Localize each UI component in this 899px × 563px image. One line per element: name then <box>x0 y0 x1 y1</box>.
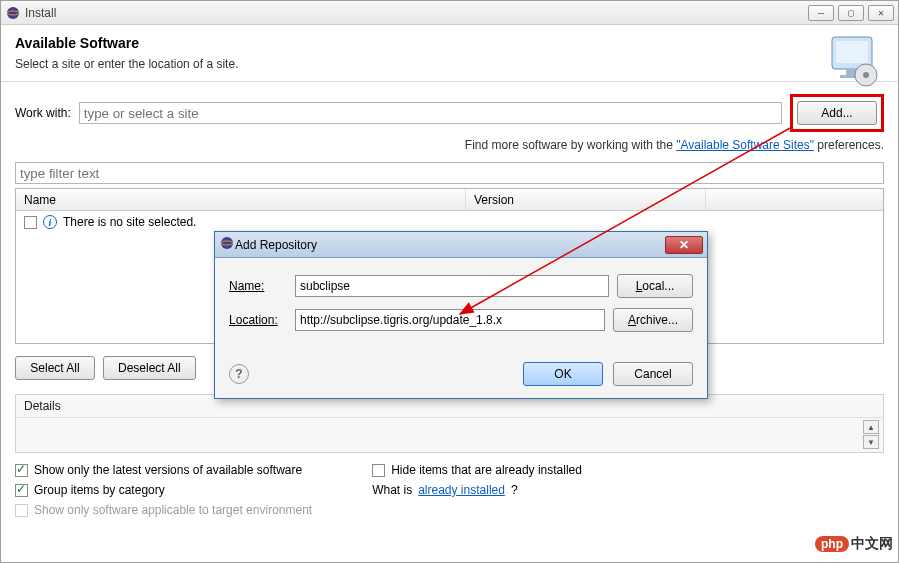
name-label: Name: <box>229 279 287 293</box>
location-input[interactable] <box>295 309 605 331</box>
titlebar: Install — ▢ ✕ <box>1 1 898 25</box>
details-body: ▲ ▼ <box>16 418 883 452</box>
what-is-prefix: What is <box>372 483 412 497</box>
find-more-text: Find more software by working with the "… <box>15 138 884 152</box>
svg-point-0 <box>7 7 19 19</box>
table-header: Name Version <box>16 189 883 211</box>
add-repository-dialog: Add Repository ✕ Name: Local... Location… <box>214 231 708 399</box>
watermark-badge: php <box>815 536 849 552</box>
deselect-all-button[interactable]: Deselect All <box>103 356 196 380</box>
column-name[interactable]: Name <box>16 189 466 210</box>
name-input[interactable] <box>295 275 609 297</box>
work-with-label: Work with: <box>15 106 71 120</box>
options-row: Show only the latest versions of availab… <box>15 463 884 517</box>
info-icon: i <box>43 215 57 229</box>
dialog-titlebar: Add Repository ✕ <box>215 232 707 258</box>
what-is-suffix: ? <box>511 483 518 497</box>
column-version[interactable]: Version <box>466 189 706 210</box>
add-button[interactable]: Add... <box>797 101 877 125</box>
scroll-down-icon[interactable]: ▼ <box>863 435 879 449</box>
minimize-button[interactable]: — <box>808 5 834 21</box>
wizard-header: Available Software Select a site or ente… <box>1 25 898 82</box>
what-is-installed: What is already installed ? <box>372 483 582 497</box>
cancel-button[interactable]: Cancel <box>613 362 693 386</box>
svg-point-8 <box>221 237 233 249</box>
dialog-title: Add Repository <box>235 238 317 252</box>
checkbox-show-latest[interactable] <box>15 464 28 477</box>
dialog-close-button[interactable]: ✕ <box>665 236 703 254</box>
archive-button[interactable]: Archive... <box>613 308 693 332</box>
find-more-suffix: preferences. <box>817 138 884 152</box>
svg-rect-3 <box>836 41 868 63</box>
dialog-footer: ? OK Cancel <box>215 352 707 398</box>
window-controls: — ▢ ✕ <box>808 5 894 21</box>
already-installed-link[interactable]: already installed <box>418 483 505 497</box>
close-button[interactable]: ✕ <box>868 5 894 21</box>
label-group-category: Group items by category <box>34 483 165 497</box>
no-site-message: There is no site selected. <box>63 215 196 229</box>
location-label: Location: <box>229 313 287 327</box>
work-with-row: Work with: Add... <box>15 94 884 132</box>
watermark-text: 中文网 <box>851 535 893 553</box>
scroll-up-icon[interactable]: ▲ <box>863 420 879 434</box>
name-row: Name: Local... <box>229 274 693 298</box>
options-left: Show only the latest versions of availab… <box>15 463 312 517</box>
help-icon[interactable]: ? <box>229 364 249 384</box>
label-hide-installed: Hide items that are already installed <box>391 463 582 477</box>
watermark: php 中文网 <box>815 535 893 553</box>
table-row: i There is no site selected. <box>16 211 883 233</box>
window-title: Install <box>25 6 56 20</box>
option-show-applicable: Show only software applicable to target … <box>15 503 312 517</box>
find-more-prefix: Find more software by working with the <box>465 138 676 152</box>
maximize-button[interactable]: ▢ <box>838 5 864 21</box>
row-checkbox[interactable] <box>24 216 37 229</box>
label-show-latest: Show only the latest versions of availab… <box>34 463 302 477</box>
details-scroll: ▲ ▼ <box>863 420 879 449</box>
page-heading: Available Software <box>15 35 884 51</box>
ok-button[interactable]: OK <box>523 362 603 386</box>
checkbox-hide-installed[interactable] <box>372 464 385 477</box>
label-show-applicable: Show only software applicable to target … <box>34 503 312 517</box>
svg-point-7 <box>863 72 869 78</box>
work-with-input[interactable] <box>79 102 782 124</box>
dialog-body: Name: Local... Location: Archive... <box>215 258 707 352</box>
select-all-button[interactable]: Select All <box>15 356 95 380</box>
local-button[interactable]: Local... <box>617 274 693 298</box>
checkbox-show-applicable <box>15 504 28 517</box>
checkbox-group-category[interactable] <box>15 484 28 497</box>
add-button-highlight: Add... <box>790 94 884 132</box>
filter-input[interactable] <box>15 162 884 184</box>
details-section: Details ▲ ▼ <box>15 394 884 453</box>
eclipse-icon <box>5 5 21 21</box>
option-show-latest[interactable]: Show only the latest versions of availab… <box>15 463 312 477</box>
available-sites-link[interactable]: "Available Software Sites" <box>676 138 814 152</box>
page-subtitle: Select a site or enter the location of a… <box>15 57 884 71</box>
eclipse-icon <box>219 235 235 254</box>
option-hide-installed[interactable]: Hide items that are already installed <box>372 463 582 477</box>
location-row: Location: Archive... <box>229 308 693 332</box>
options-right: Hide items that are already installed Wh… <box>372 463 582 517</box>
option-group-category[interactable]: Group items by category <box>15 483 312 497</box>
